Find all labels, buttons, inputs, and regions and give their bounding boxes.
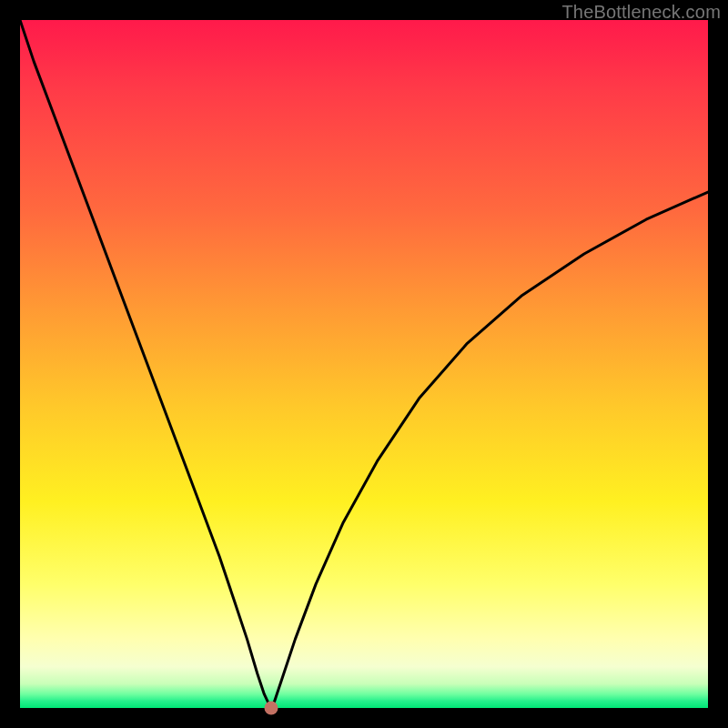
chart-frame: TheBottleneck.com [0,0,728,728]
curve-svg [20,20,708,708]
plot-area [20,20,708,708]
bottleneck-curve [20,20,708,708]
optimal-point-marker [264,702,278,715]
